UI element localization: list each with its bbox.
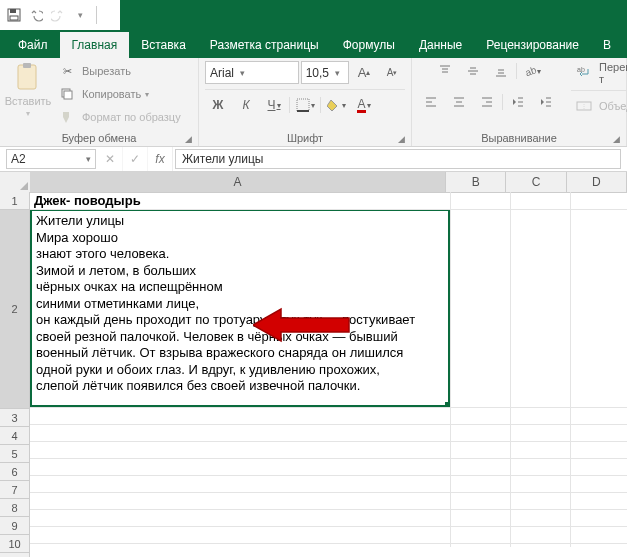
font-color-button[interactable]: А▾ [351, 95, 377, 115]
brush-icon [54, 107, 80, 127]
align-center-button[interactable] [446, 92, 472, 112]
row-header[interactable]: 2 [0, 210, 30, 409]
dialog-launcher-icon[interactable]: ◢ [613, 134, 620, 144]
group-font: Arial▾ 10,5▾ A▴ A▾ Ж К Ч▾ ▾ ▾ А▾ Шрифт◢ [199, 58, 412, 146]
separator [289, 97, 290, 113]
align-left-button[interactable] [418, 92, 444, 112]
font-size-combo[interactable]: 10,5▾ [301, 61, 349, 84]
svg-rect-4 [23, 63, 31, 68]
cell-a2[interactable]: Жители улицы Мира хорошо знают этого чел… [30, 209, 450, 407]
paste-button[interactable]: Вставить ▾ [6, 61, 50, 130]
chevron-down-icon: ▾ [335, 68, 340, 78]
qat-customize-icon[interactable]: ▾ [72, 7, 88, 23]
gridline [30, 475, 627, 476]
shrink-font-button[interactable]: A▾ [379, 63, 405, 83]
decrease-indent-button[interactable] [505, 92, 531, 112]
tab-file[interactable]: Файл [6, 32, 60, 58]
svg-rect-2 [10, 16, 18, 20]
underline-button[interactable]: Ч▾ [261, 95, 287, 115]
align-top-button[interactable] [432, 61, 458, 81]
spreadsheet-grid: ABCD 1234567891011 Джек- поводырь Жители… [0, 172, 627, 547]
italic-button[interactable]: К [233, 95, 259, 115]
formula-input[interactable]: Жители улицы [175, 149, 621, 169]
tab-view[interactable]: В [591, 32, 623, 58]
ribbon: Вставить ▾ ✂ Вырезать Копировать ▾ Форма… [0, 58, 627, 147]
tab-page-layout[interactable]: Разметка страницы [198, 32, 331, 58]
gridline [570, 192, 571, 547]
row-header[interactable]: 9 [0, 517, 30, 535]
align-right-button[interactable] [474, 92, 500, 112]
select-all-button[interactable] [0, 172, 31, 193]
paste-label: Вставить [5, 95, 52, 107]
row-header[interactable]: 7 [0, 481, 30, 499]
dialog-launcher-icon[interactable]: ◢ [398, 134, 405, 144]
format-painter-button[interactable]: Формат по образцу [54, 107, 181, 127]
merge-center-button[interactable]: Объединить [571, 96, 627, 116]
cut-button[interactable]: ✂ Вырезать [54, 61, 131, 81]
borders-button[interactable]: ▾ [292, 95, 318, 115]
row-header[interactable]: 5 [0, 445, 30, 463]
row-header[interactable]: 11 [0, 553, 30, 557]
cells-area[interactable]: Джек- поводырь Жители улицы Мира хорошо … [30, 192, 627, 547]
bold-button[interactable]: Ж [205, 95, 231, 115]
row-header[interactable]: 10 [0, 535, 30, 553]
row-header[interactable]: 4 [0, 427, 30, 445]
column-header[interactable]: B [446, 172, 506, 193]
svg-rect-7 [297, 99, 309, 111]
svg-text:ab: ab [577, 66, 585, 73]
gridline [30, 441, 627, 442]
orientation-button[interactable]: ab▾ [519, 61, 545, 81]
separator [502, 94, 503, 110]
tab-formulas[interactable]: Формулы [331, 32, 407, 58]
tab-data[interactable]: Данные [407, 32, 474, 58]
save-icon[interactable] [6, 7, 22, 23]
cell-a1[interactable]: Джек- поводырь [30, 192, 458, 209]
separator [571, 90, 627, 91]
fill-color-button[interactable]: ▾ [323, 95, 349, 115]
grow-font-button[interactable]: A▴ [351, 63, 377, 83]
chevron-down-icon: ▾ [537, 67, 541, 76]
dialog-launcher-icon[interactable]: ◢ [185, 134, 192, 144]
merge-label: Объединить [599, 100, 627, 112]
title-bar: ▾ [0, 0, 627, 30]
copy-label: Копировать [82, 88, 141, 100]
column-headers: ABCD [30, 172, 627, 192]
redo-icon[interactable] [50, 7, 66, 23]
separator [320, 97, 321, 113]
row-header[interactable]: 6 [0, 463, 30, 481]
gridline [450, 192, 451, 547]
chevron-down-icon: ▾ [86, 154, 91, 164]
scissors-icon: ✂ [54, 61, 80, 81]
copy-button[interactable]: Копировать ▾ [54, 84, 149, 104]
row-header[interactable]: 8 [0, 499, 30, 517]
gridline [30, 407, 627, 408]
undo-icon[interactable] [28, 7, 44, 23]
svg-text:ab: ab [524, 64, 537, 78]
align-bottom-button[interactable] [488, 61, 514, 81]
column-header[interactable]: C [506, 172, 566, 193]
cancel-icon[interactable]: ✕ [98, 147, 123, 171]
increase-indent-button[interactable] [533, 92, 559, 112]
group-clipboard-label: Буфер обмена◢ [6, 130, 192, 146]
column-header[interactable]: A [30, 172, 446, 193]
column-header[interactable]: D [567, 172, 627, 193]
gridline [30, 492, 627, 493]
tab-insert[interactable]: Вставка [129, 32, 198, 58]
row-header[interactable]: 3 [0, 409, 30, 427]
wrap-text-button[interactable]: ab Перенести т [571, 61, 627, 85]
svg-rect-1 [10, 9, 16, 13]
row-header[interactable]: 1 [0, 192, 30, 210]
tab-home[interactable]: Главная [60, 32, 130, 58]
group-font-label: Шрифт◢ [205, 130, 405, 146]
name-box[interactable]: A2▾ [6, 149, 96, 169]
tab-review[interactable]: Рецензирование [474, 32, 591, 58]
format-painter-label: Формат по образцу [82, 111, 181, 123]
align-middle-button[interactable] [460, 61, 486, 81]
gridline [30, 543, 627, 544]
font-family-combo[interactable]: Arial▾ [205, 61, 299, 84]
gridline [30, 424, 627, 425]
svg-rect-6 [64, 91, 72, 99]
enter-icon[interactable]: ✓ [123, 147, 148, 171]
fx-icon[interactable]: fx [148, 147, 173, 171]
chevron-down-icon: ▾ [311, 101, 315, 110]
